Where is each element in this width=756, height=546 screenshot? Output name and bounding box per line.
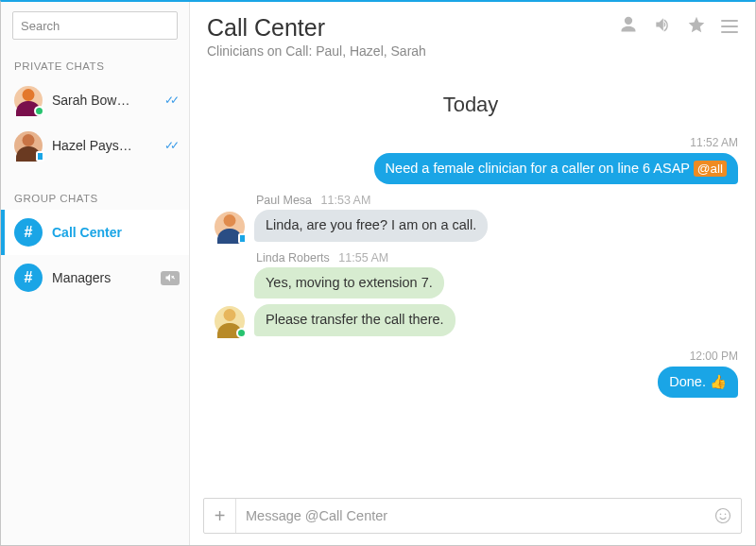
emoji-button[interactable] [705,506,741,525]
volume-icon[interactable] [653,15,672,38]
header-text: Call Center Clinicians on Call: Paul, Ha… [207,15,426,59]
avatar [215,212,245,242]
avatar [215,306,245,336]
chat-name: Hazel Pays… [52,138,155,153]
message-meta: Linda Roberts 11:55 AM [256,251,738,264]
message-time: 11:55 AM [338,251,388,264]
message-row: Need a female clinician for a caller on … [203,153,738,185]
message-composer: + [203,498,742,534]
message-time: 11:53 AM [321,194,371,207]
presence-online-icon [236,328,247,338]
timestamp: 11:52 AM [203,136,738,149]
group-chat-item-managers[interactable]: # Managers [1,255,189,300]
day-separator: Today [203,93,738,117]
app-window: PRIVATE CHATS Sarah Bow… ✓✓ Hazel Pays… … [0,0,756,546]
message-bubble-outgoing[interactable]: Done. 👍 [658,367,738,399]
message-bubble-outgoing[interactable]: Need a female clinician for a caller on … [374,153,738,185]
timestamp: 12:00 PM [203,350,738,363]
message-meta: Paul Mesa 11:53 AM [256,194,738,207]
message-text: Need a female clinician for a caller on … [386,161,694,176]
chat-name: Managers [52,270,151,285]
message-bubble-incoming[interactable]: Linda, are you free? I am on a call. [254,210,488,242]
page-subtitle: Clinicians on Call: Paul, Hazel, Sarah [207,43,426,59]
message-row: Linda, are you free? I am on a call. [203,210,738,242]
message-row: Yes, moving to extension 7. [203,267,738,299]
conversation-header: Call Center Clinicians on Call: Paul, Ha… [190,2,755,68]
main-panel: Call Center Clinicians on Call: Paul, Ha… [190,2,755,545]
attach-button[interactable]: + [204,499,236,533]
presence-mobile-icon [36,151,44,162]
group-chat-item-call-center[interactable]: # Call Center [1,210,189,255]
message-row: Done. 👍 [203,367,738,399]
sender-name: Paul Mesa [256,194,312,207]
message-bubble-incoming[interactable]: Yes, moving to extension 7. [254,267,444,299]
svg-point-2 [725,514,727,516]
conversation-scroll[interactable]: Today 11:52 AM Need a female clinician f… [190,68,755,493]
hash-icon: # [14,218,43,247]
svg-point-0 [716,509,730,523]
muted-icon [161,271,180,285]
read-receipt-icon: ✓✓ [164,94,176,107]
chat-name: Call Center [52,225,180,240]
search-input[interactable] [12,11,178,40]
presence-mobile-icon [238,233,247,244]
menu-icon[interactable] [721,20,738,33]
section-group-label: GROUP CHATS [1,168,189,210]
presence-online-icon [34,106,44,116]
sidebar: PRIVATE CHATS Sarah Bow… ✓✓ Hazel Pays… … [1,2,190,545]
avatar [14,86,43,114]
sender-name: Linda Roberts [256,251,330,264]
private-chat-item[interactable]: Sarah Bow… ✓✓ [1,77,189,123]
message-bubble-incoming[interactable]: Please transfer the call there. [254,304,455,336]
chat-name: Sarah Bow… [52,93,155,108]
app-body: PRIVATE CHATS Sarah Bow… ✓✓ Hazel Pays… … [1,2,755,545]
message-input[interactable] [236,508,705,523]
members-icon[interactable] [619,15,638,38]
mention-all-badge: @all [694,161,727,177]
star-icon[interactable] [687,15,706,38]
hash-icon: # [14,264,43,292]
search-wrap [1,2,189,47]
read-receipt-icon: ✓✓ [164,139,176,152]
private-chat-item[interactable]: Hazel Pays… ✓✓ [1,123,189,168]
message-row: Please transfer the call there. [203,304,738,336]
section-private-label: PRIVATE CHATS [1,47,189,77]
page-title: Call Center [207,15,426,42]
header-actions [619,15,738,38]
avatar [14,131,43,160]
svg-point-1 [720,514,722,516]
